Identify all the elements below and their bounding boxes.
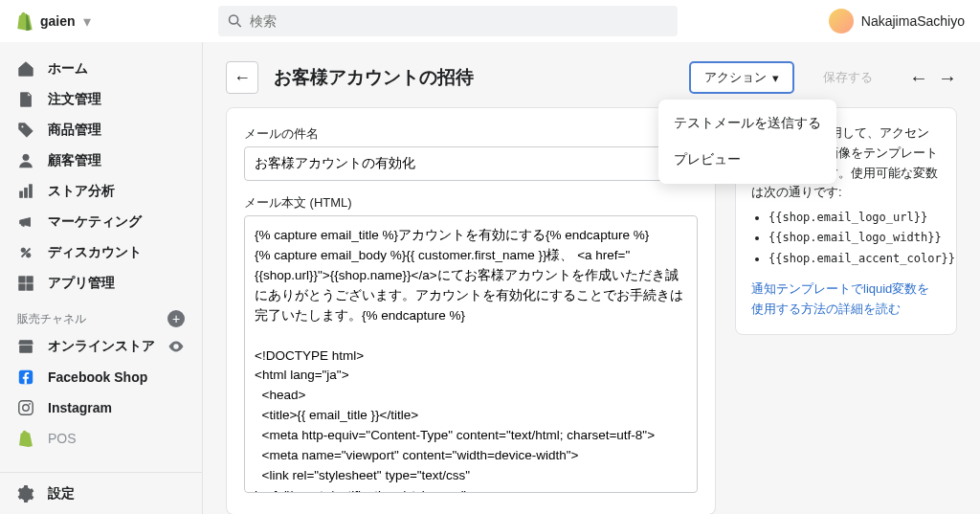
page-title: お客様アカウントの招待 <box>274 65 674 90</box>
dropdown-preview[interactable]: プレビュー <box>658 142 836 178</box>
nav-label: 注文管理 <box>48 91 101 108</box>
nav-label: ディスカウント <box>48 244 142 261</box>
svg-point-3 <box>23 154 29 160</box>
nav-label: ホーム <box>48 60 88 78</box>
channel-item-instagram[interactable]: Instagram <box>0 392 202 423</box>
svg-point-2 <box>21 125 24 128</box>
sidebar-item-settings[interactable]: 設定 <box>0 472 202 514</box>
nav-label: ストア分析 <box>48 183 115 200</box>
pos-icon <box>17 430 34 447</box>
instagram-icon <box>17 399 34 416</box>
svg-point-16 <box>23 405 29 411</box>
sidebar-item-discount[interactable]: ディスカウント <box>8 237 194 268</box>
svg-line-1 <box>237 23 241 27</box>
channel-label: オンラインストア <box>48 338 155 355</box>
store-name: gaien <box>40 13 76 29</box>
discount-icon <box>17 244 34 261</box>
svg-rect-12 <box>19 284 25 290</box>
person-icon <box>17 152 34 169</box>
svg-point-0 <box>230 15 238 24</box>
user-name: NakajimaSachiyo <box>861 13 965 29</box>
sidebar-item-apps[interactable]: アプリ管理 <box>8 268 194 299</box>
avatar <box>829 9 854 34</box>
nav-label: 商品管理 <box>48 122 101 139</box>
dropdown-send-test[interactable]: テストメールを送信する <box>658 105 836 142</box>
sidebar-item-home[interactable]: ホーム <box>8 54 194 84</box>
settings-label: 設定 <box>48 485 75 503</box>
svg-rect-4 <box>20 191 23 197</box>
channel-label: Instagram <box>48 400 112 415</box>
caret-down-icon: ▾ <box>772 71 779 85</box>
sidebar-item-orders[interactable]: 注文管理 <box>8 84 194 115</box>
liquid-help-link[interactable]: 通知テンプレートでliquid変数を使用する方法の詳細を読む <box>751 279 941 320</box>
body-textarea[interactable] <box>244 215 698 493</box>
user-menu[interactable]: NakajimaSachiyo <box>829 9 965 34</box>
actions-dropdown: テストメールを送信する プレビュー <box>658 100 836 184</box>
channel-item-pos[interactable]: POS <box>0 423 202 454</box>
analytics-icon <box>17 183 34 200</box>
svg-point-7 <box>21 248 26 253</box>
subject-label: メールの件名 <box>244 125 698 143</box>
sidebar: ホーム注文管理商品管理顧客管理ストア分析マーケティングディスカウントアプリ管理 … <box>0 42 203 514</box>
email-form-card: メールの件名 メール本文 (HTML) <box>226 107 716 514</box>
chevron-down-icon: ▾ <box>83 12 91 31</box>
facebook-icon <box>17 369 34 386</box>
body-label: メール本文 (HTML) <box>244 194 698 212</box>
channel-label: Facebook Shop <box>48 369 147 385</box>
megaphone-icon <box>17 213 34 231</box>
svg-rect-5 <box>25 188 28 197</box>
search-input[interactable] <box>250 13 668 29</box>
store-switcher[interactable]: gaien ▾ <box>15 11 207 31</box>
search-box[interactable] <box>218 6 678 36</box>
subject-input[interactable] <box>244 146 698 181</box>
home-icon <box>17 60 34 78</box>
channel-label: POS <box>48 431 77 446</box>
nav-label: マーケティング <box>48 213 142 231</box>
nav-label: 顧客管理 <box>48 152 101 169</box>
back-button[interactable]: ← <box>226 61 258 94</box>
eye-icon[interactable] <box>167 338 185 355</box>
sidebar-item-person[interactable]: 顧客管理 <box>8 145 194 176</box>
search-icon <box>228 13 242 29</box>
sidebar-item-megaphone[interactable]: マーケティング <box>8 207 194 237</box>
save-button[interactable]: 保存する <box>810 61 886 94</box>
channel-item-store[interactable]: オンラインストア <box>0 331 202 362</box>
orders-icon <box>17 91 34 108</box>
store-icon <box>17 338 34 355</box>
sidebar-item-analytics[interactable]: ストア分析 <box>8 176 194 207</box>
prev-arrow[interactable]: ← <box>909 67 928 89</box>
svg-rect-15 <box>19 401 33 414</box>
add-channel-button[interactable]: + <box>167 310 185 327</box>
liquid-var: {{shop.email_logo_width}} <box>768 229 941 247</box>
liquid-var: {{shop.email_accent_color}} <box>768 250 941 268</box>
sidebar-item-tag[interactable]: 商品管理 <box>8 115 194 145</box>
gear-icon <box>17 485 34 503</box>
apps-icon <box>17 275 34 292</box>
svg-rect-10 <box>19 277 25 282</box>
main-content: ← お客様アカウントの招待 アクション ▾ 保存する ← → テストメールを送信… <box>203 42 980 514</box>
sales-channels-header: 販売チャネル + <box>0 302 202 331</box>
tag-icon <box>17 122 34 139</box>
svg-rect-6 <box>30 185 33 198</box>
shopify-logo-icon <box>15 11 33 31</box>
liquid-var: {{shop.email_logo_url}} <box>768 209 941 227</box>
svg-point-8 <box>26 253 31 257</box>
actions-button[interactable]: アクション ▾ <box>689 61 794 94</box>
channel-item-facebook[interactable]: Facebook Shop <box>0 362 202 392</box>
svg-point-17 <box>29 403 31 405</box>
svg-rect-11 <box>27 277 33 282</box>
topbar: gaien ▾ NakajimaSachiyo <box>0 0 980 42</box>
svg-rect-13 <box>27 284 33 290</box>
next-arrow[interactable]: → <box>938 67 957 89</box>
nav-label: アプリ管理 <box>48 275 115 292</box>
